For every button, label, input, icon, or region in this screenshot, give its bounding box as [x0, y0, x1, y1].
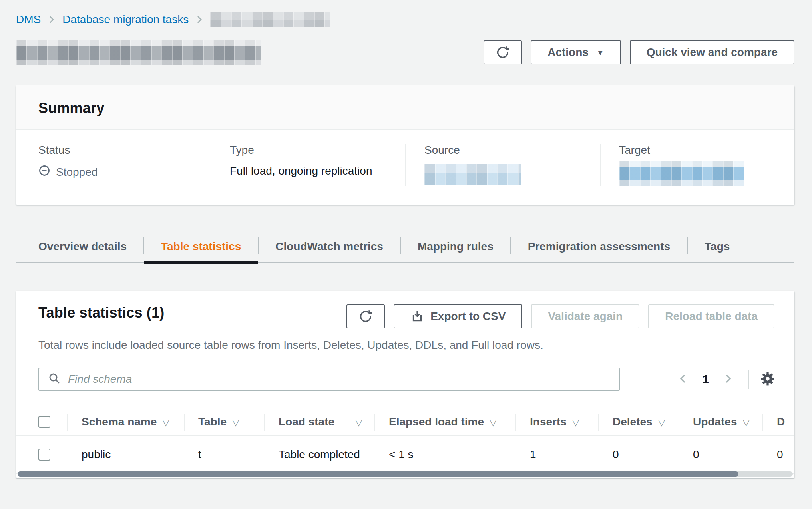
- field-label: Status: [38, 144, 211, 157]
- gear-icon: [759, 370, 776, 388]
- breadcrumb-current-redacted: [210, 12, 330, 27]
- summary-field-target: Target: [600, 144, 794, 186]
- chevron-left-icon: [677, 373, 689, 386]
- column-header-table[interactable]: Table▽: [184, 408, 264, 436]
- sort-icon: ▽: [572, 417, 579, 427]
- status-value: Stopped: [38, 165, 211, 179]
- select-all-checkbox[interactable]: [38, 416, 50, 428]
- summary-body: Status Stopped Type Full load, ongoing r…: [16, 130, 794, 205]
- row-checkbox[interactable]: [38, 449, 50, 461]
- cell-deletes: 0: [598, 436, 679, 473]
- sort-icon: ▽: [355, 417, 362, 427]
- tab-cloudwatch-metrics[interactable]: CloudWatch metrics: [259, 231, 400, 262]
- table-statistics-card: Table statistics (1): [16, 291, 794, 478]
- download-icon: [410, 310, 424, 323]
- column-header-deletes[interactable]: Deletes▽: [598, 408, 679, 436]
- tab-tags[interactable]: Tags: [688, 231, 746, 262]
- horizontal-scrollbar: [18, 471, 793, 477]
- tab-overview-details[interactable]: Overview details: [16, 231, 143, 262]
- summary-title: Summary: [38, 100, 772, 117]
- summary-field-source: Source: [405, 144, 600, 186]
- cell-schema-name: public: [67, 436, 184, 473]
- table-card-header: Table statistics (1): [16, 291, 794, 328]
- horizontal-scrollbar-thumb[interactable]: [18, 471, 738, 477]
- table-statistics-description: Total rows include loaded source table r…: [16, 328, 794, 352]
- filter-row: 1: [16, 368, 794, 391]
- sort-icon: ▽: [232, 417, 239, 427]
- sort-icon: ▽: [490, 417, 497, 427]
- refresh-icon: [358, 309, 373, 324]
- summary-card-header: Summary: [16, 85, 794, 130]
- cell-ddls-clipped: 0: [762, 436, 794, 473]
- stopped-icon: [38, 165, 50, 179]
- actions-button[interactable]: Actions ▼: [531, 40, 621, 64]
- target-value-redacted: [619, 161, 744, 186]
- table-card-actions: Export to CSV Validate again Reload tabl…: [346, 304, 774, 328]
- export-csv-button[interactable]: Export to CSV: [394, 304, 522, 328]
- tab-table-statistics[interactable]: Table statistics: [144, 231, 258, 262]
- source-value-redacted: [424, 164, 521, 185]
- row-select-cell: [16, 436, 67, 473]
- search-icon: [48, 372, 61, 386]
- pagination-divider: [748, 370, 749, 389]
- breadcrumb-link-tasks[interactable]: Database migration tasks: [62, 13, 189, 26]
- chevron-right-icon: [722, 373, 734, 386]
- quick-view-compare-button[interactable]: Quick view and compare: [630, 40, 794, 64]
- cell-elapsed-load-time: < 1 s: [374, 436, 515, 473]
- table-refresh-button[interactable]: [346, 304, 385, 328]
- column-header-elapsed-load-time[interactable]: Elapsed load time▽: [374, 408, 515, 436]
- tab-mapping-rules[interactable]: Mapping rules: [401, 231, 510, 262]
- page-title-redacted: [16, 40, 261, 65]
- sort-icon: ▽: [162, 417, 169, 427]
- column-header-updates[interactable]: Updates▽: [679, 408, 762, 436]
- summary-card: Summary Status Stopped Type Full load, o…: [16, 85, 794, 205]
- reload-table-data-button[interactable]: Reload table data: [648, 304, 774, 328]
- breadcrumb: DMS Database migration tasks: [16, 11, 794, 28]
- search-input[interactable]: [67, 372, 610, 386]
- sort-icon: ▽: [658, 417, 665, 427]
- header-actions: Actions ▼ Quick view and compare: [484, 40, 794, 64]
- field-label: Source: [424, 144, 600, 157]
- breadcrumb-link-dms[interactable]: DMS: [16, 13, 41, 26]
- next-page-button[interactable]: [720, 373, 736, 386]
- validate-again-button[interactable]: Validate again: [531, 304, 639, 328]
- schema-search-box: [38, 368, 620, 391]
- breadcrumb-chevron-icon: [195, 14, 204, 25]
- refresh-icon: [496, 45, 510, 60]
- select-all-cell: [16, 408, 67, 436]
- cell-updates: 0: [679, 436, 762, 473]
- tab-premigration-assessments[interactable]: Premigration assessments: [511, 231, 687, 262]
- summary-field-status: Status Stopped: [16, 144, 211, 186]
- column-header-ddls-clipped[interactable]: D: [762, 408, 794, 436]
- breadcrumb-chevron-icon: [47, 14, 56, 25]
- task-tabs: Overview details Table statistics CloudW…: [16, 231, 794, 263]
- caret-down-icon: ▼: [597, 49, 604, 56]
- column-header-schema-name[interactable]: Schema name▽: [67, 408, 184, 436]
- cell-inserts: 1: [515, 436, 598, 473]
- current-page-number: 1: [702, 372, 709, 386]
- sort-icon: ▽: [742, 417, 750, 427]
- table-preferences-button[interactable]: [759, 370, 776, 388]
- refresh-button[interactable]: [484, 40, 522, 64]
- field-label: Target: [619, 144, 794, 157]
- pagination: 1: [675, 370, 776, 389]
- column-header-inserts[interactable]: Inserts▽: [515, 408, 598, 436]
- table-statistics-table: Schema name▽ Table▽ Load state▽ Elapsed …: [16, 408, 794, 474]
- type-value: Full load, ongoing replication: [230, 165, 405, 177]
- page-header: Actions ▼ Quick view and compare: [16, 39, 794, 66]
- table-row: public t Table completed < 1 s 1 0 0 0: [16, 436, 794, 473]
- cell-load-state: Table completed: [264, 436, 374, 473]
- summary-field-type: Type Full load, ongoing replication: [211, 144, 405, 186]
- field-label: Type: [230, 144, 405, 157]
- cell-table: t: [184, 436, 264, 473]
- table-header-row: Schema name▽ Table▽ Load state▽ Elapsed …: [16, 408, 794, 436]
- dms-task-page: DMS Database migration tasks Actions: [0, 0, 812, 509]
- table-statistics-title: Table statistics (1): [38, 304, 164, 321]
- column-header-load-state[interactable]: Load state▽: [264, 408, 374, 436]
- previous-page-button[interactable]: [675, 373, 691, 386]
